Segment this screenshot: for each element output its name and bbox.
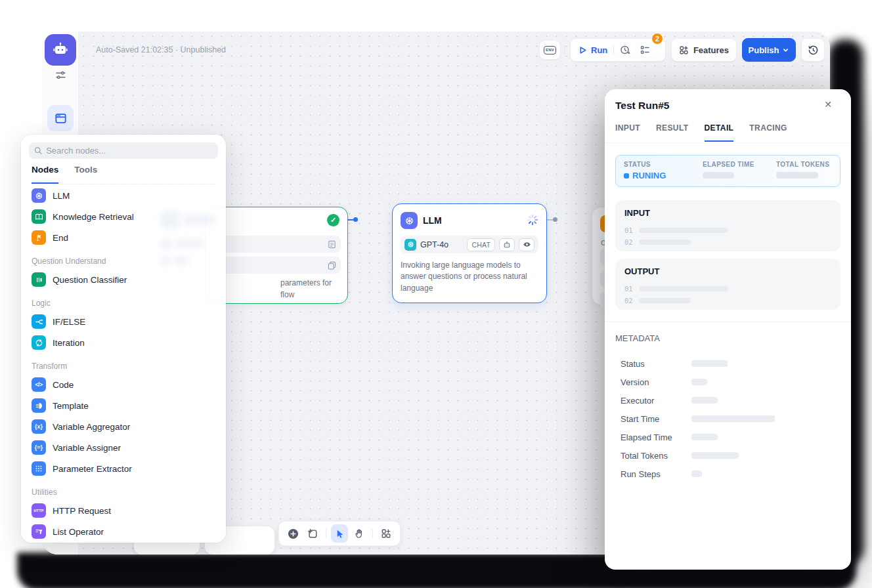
metadata-row: Elapsed Time: [621, 428, 840, 446]
metadata-row: Start Time: [621, 410, 840, 428]
metadata-title: METADATA: [615, 333, 660, 343]
palette-tabs: Nodes Tools: [32, 165, 215, 184]
line-skeleton: [639, 228, 728, 233]
robot-badge-icon: [499, 238, 515, 251]
tab-nodes[interactable]: Nodes: [32, 165, 58, 184]
parameter-extractor-icon: [32, 461, 46, 476]
input-card: INPUT 01 02: [615, 200, 840, 251]
input-row: 02: [624, 236, 831, 248]
paragraph-icon: [328, 240, 336, 249]
tab-detail[interactable]: DETAIL: [705, 123, 734, 142]
metadata-row: Run Steps: [621, 465, 840, 483]
start-field-row[interactable]: [213, 236, 341, 253]
metadata-row: Status: [621, 354, 840, 373]
model-name: GPT-4o: [420, 240, 463, 249]
checklist-icon: [640, 45, 650, 55]
node-item-end[interactable]: End: [26, 227, 221, 248]
node-item-list-operator[interactable]: List Operator: [26, 521, 221, 542]
env-icon: [544, 46, 556, 54]
run-panel-tabs: INPUT RESULT DETAIL TRACING: [615, 123, 787, 142]
env-button[interactable]: [539, 40, 561, 60]
start-node[interactable]: ✓ parameters for flow: [205, 207, 348, 304]
search-input[interactable]: [46, 146, 213, 156]
elapsed-skeleton: [703, 172, 734, 178]
publish-button[interactable]: Publish: [742, 38, 796, 62]
line-skeleton: [639, 286, 728, 291]
model-selector[interactable]: GPT-4o CHAT: [401, 236, 538, 253]
metadata-row: Total Tokens: [621, 446, 840, 465]
metadata-divider: [605, 322, 851, 322]
section-logic: Logic: [26, 295, 221, 311]
test-run-panel: Test Run#5 INPUT RESULT DETAIL TRACING S…: [605, 89, 851, 570]
checklist-button[interactable]: [640, 45, 650, 55]
classifier-icon: [32, 272, 46, 287]
tab-input[interactable]: INPUT: [615, 123, 640, 142]
success-check-icon: ✓: [327, 214, 339, 226]
node-list: LLM Knowledge Retrieval End Question Und…: [26, 185, 221, 542]
toolbar-divider: [372, 529, 373, 538]
canvas-toolbar: [278, 521, 401, 546]
group-divider: [613, 45, 614, 54]
section-question-understand: Question Understand: [26, 253, 221, 269]
node-item-code[interactable]: Code: [26, 374, 221, 395]
node-item-if-else[interactable]: IF/ELSE: [26, 311, 221, 332]
knowledge-icon: [32, 209, 46, 224]
pointer-mode-button[interactable]: [331, 524, 348, 543]
node-item-variable-aggregator[interactable]: Variable Aggregator: [26, 416, 221, 437]
topbar-divider: [564, 46, 565, 54]
gpt-icon: [401, 212, 418, 229]
node-item-template[interactable]: Template: [26, 395, 221, 416]
llm-node[interactable]: LLM GPT-4o CHAT: [392, 203, 547, 303]
robot-app-icon[interactable]: [45, 34, 76, 66]
run-button[interactable]: Run: [578, 45, 607, 55]
add-node-button[interactable]: [284, 524, 301, 543]
value-skeleton: [691, 471, 702, 477]
llm-icon: [32, 188, 46, 203]
node-item-variable-assigner[interactable]: Variable Assigner: [26, 437, 221, 458]
add-note-button[interactable]: [304, 524, 321, 543]
node-search-box[interactable]: [29, 142, 218, 159]
tab-tracing[interactable]: TRACING: [749, 123, 787, 142]
tab-tools[interactable]: Tools: [74, 165, 97, 184]
value-skeleton: [691, 415, 775, 422]
elapsed-time-label: ELAPSED TIME: [703, 161, 776, 168]
value-skeleton: [691, 434, 718, 440]
features-label: Features: [693, 45, 729, 55]
value-skeleton: [691, 379, 707, 385]
node-search-panel: Nodes Tools LLM Knowledge Retrieval End …: [21, 135, 226, 543]
port-end-in[interactable]: [553, 217, 557, 222]
metadata-rows: Status Version Executor Start Time Elaps…: [621, 354, 840, 483]
metadata-row: Version: [621, 373, 840, 391]
branch-icon: [32, 314, 46, 329]
line-skeleton: [639, 298, 691, 303]
schedule-button[interactable]: [620, 45, 630, 55]
search-icon: [34, 146, 42, 155]
status-card: STATUS RUNING ELAPSED TIME TOTAL TOKENS: [615, 155, 840, 187]
node-item-http-request[interactable]: HTTP Request: [26, 500, 221, 521]
http-icon: [32, 503, 46, 518]
line-skeleton: [639, 240, 691, 245]
metadata-row: Executor: [621, 391, 840, 410]
total-tokens-label: TOTAL TOKENS: [776, 161, 829, 168]
organize-nodes-button[interactable]: [378, 524, 395, 543]
tab-result[interactable]: RESULT: [656, 123, 689, 142]
toolbar-divider: [326, 529, 326, 538]
window-icon[interactable]: [47, 105, 74, 131]
hand-mode-button[interactable]: [351, 524, 368, 543]
openai-icon: [404, 239, 416, 251]
start-field-row[interactable]: [213, 257, 341, 274]
publish-label: Publish: [749, 45, 779, 55]
node-item-question-classifier[interactable]: Question Classifier: [26, 269, 221, 290]
sliders-icon[interactable]: [54, 68, 67, 81]
run-panel-title: Test Run#5: [615, 100, 669, 112]
port-llm-in[interactable]: [353, 217, 358, 222]
features-button[interactable]: Features: [671, 38, 737, 62]
node-item-iteration[interactable]: Iteration: [26, 332, 221, 353]
start-node-description: parameters for flow: [280, 277, 332, 301]
close-icon[interactable]: ✕: [821, 98, 835, 111]
history-button[interactable]: [801, 38, 825, 62]
node-item-llm[interactable]: LLM: [26, 185, 221, 206]
node-item-parameter-extractor[interactable]: Parameter Extractor: [26, 458, 221, 479]
node-item-knowledge-retrieval[interactable]: Knowledge Retrieval: [26, 206, 221, 227]
status-label: STATUS: [624, 161, 703, 168]
